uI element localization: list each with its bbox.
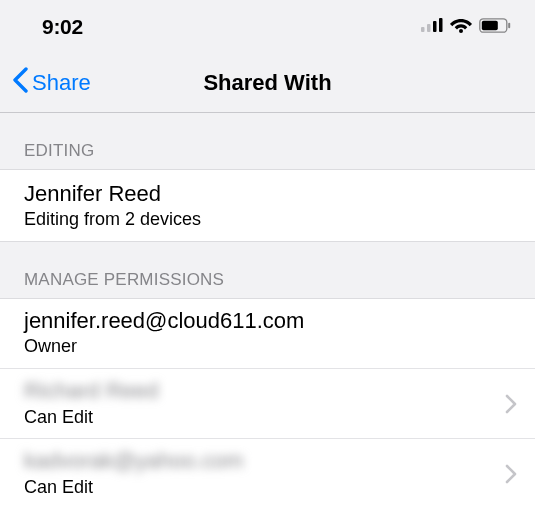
svg-rect-1 — [427, 24, 431, 32]
chevron-right-icon — [505, 464, 517, 484]
back-label: Share — [32, 70, 91, 96]
page-title: Shared With — [203, 70, 331, 96]
permission-person-role: Can Edit — [24, 476, 511, 499]
status-icons — [421, 17, 511, 37]
status-time: 9:02 — [42, 15, 83, 39]
svg-rect-7 — [508, 22, 510, 27]
permissions-list: jennifer.reed@cloud611.comOwnerRichard R… — [0, 298, 535, 506]
editing-row: Jennifer Reed Editing from 2 devices — [0, 169, 535, 242]
permission-person-role: Can Edit — [24, 406, 511, 429]
permission-row[interactable]: kadvorak@yahoo.comCan Edit — [0, 439, 535, 506]
status-bar: 9:02 — [0, 0, 535, 54]
permission-person-name: Richard Reed — [24, 377, 511, 406]
permission-row[interactable]: Richard ReedCan Edit — [0, 369, 535, 439]
editing-section-header: EDITING — [0, 113, 535, 169]
permission-person-role: Owner — [24, 335, 511, 358]
permission-person-name: jennifer.reed@cloud611.com — [24, 307, 511, 336]
permission-row: jennifer.reed@cloud611.comOwner — [0, 299, 535, 369]
wifi-icon — [450, 17, 472, 37]
navigation-bar: Share Shared With — [0, 54, 535, 112]
cellular-icon — [421, 18, 443, 36]
permissions-section-header: MANAGE PERMISSIONS — [0, 242, 535, 298]
back-button[interactable]: Share — [12, 67, 91, 99]
editing-user-name: Jennifer Reed — [24, 180, 511, 208]
svg-rect-6 — [482, 20, 498, 29]
svg-rect-2 — [433, 21, 437, 32]
editing-user-detail: Editing from 2 devices — [24, 208, 511, 231]
chevron-right-icon — [505, 394, 517, 414]
svg-rect-3 — [439, 18, 443, 32]
svg-rect-0 — [421, 27, 425, 32]
battery-icon — [479, 18, 511, 37]
chevron-left-icon — [12, 67, 30, 99]
permission-person-name: kadvorak@yahoo.com — [24, 447, 511, 476]
svg-point-4 — [459, 29, 463, 33]
